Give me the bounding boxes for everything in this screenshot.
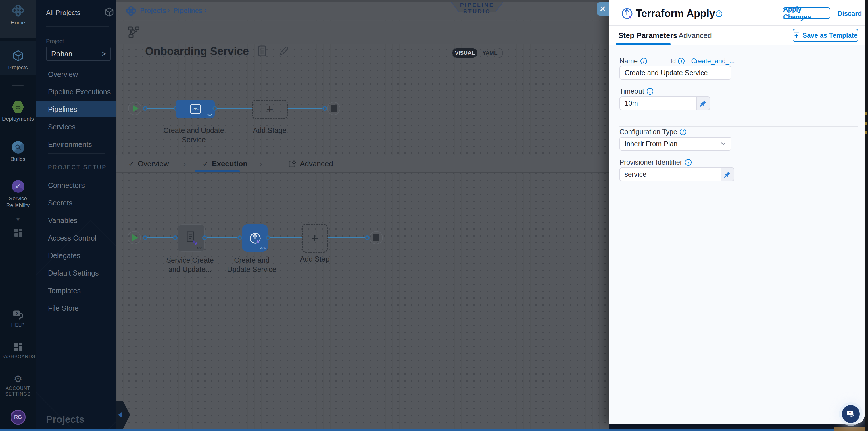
tab-step-parameters[interactable]: Step Parameters — [618, 31, 677, 40]
account-settings-label: ACCOUNT SETTINGS — [4, 385, 32, 397]
module-grid-button[interactable] — [0, 228, 36, 237]
tab-advanced[interactable]: Advanced — [679, 31, 712, 40]
info-icon[interactable]: i — [716, 10, 722, 17]
sidebar-item-access-control[interactable]: Access Control — [48, 234, 96, 242]
breadcrumb-pipelines[interactable]: Pipelines — [173, 7, 202, 15]
provisioner-identifier-input[interactable] — [619, 168, 721, 181]
edge — [288, 108, 322, 109]
info-icon[interactable]: i — [680, 128, 686, 135]
user-avatar-button[interactable]: RG — [0, 410, 36, 425]
notes-icon[interactable] — [258, 46, 267, 57]
play-icon — [132, 234, 138, 241]
tab-execution-underline — [194, 170, 240, 172]
sidebar-item-secrets[interactable]: Secrets — [48, 199, 72, 207]
pin-icon — [700, 100, 707, 107]
sidebar-item-services[interactable]: Services — [48, 123, 75, 131]
page-title: Onboarding Service — [145, 45, 249, 58]
scrollbar-tick — [865, 112, 867, 115]
nav-deployments-label: Deployments — [0, 116, 36, 122]
rail-expand-chevron[interactable]: ▾ — [0, 215, 36, 223]
yaml-code-glyph: </> — [207, 113, 212, 117]
timeout-input[interactable] — [619, 96, 697, 110]
nav-projects-item[interactable]: Projects — [0, 50, 36, 71]
exec-flow-end-node — [370, 231, 383, 244]
harness-logo-icon — [12, 5, 25, 17]
close-drawer-button[interactable]: ✕ — [597, 2, 609, 16]
port — [173, 235, 178, 240]
toggle-visual[interactable]: VISUAL — [453, 48, 477, 58]
id-value-link[interactable]: Create_and_... — [691, 57, 735, 65]
sidebar-item-delegates[interactable]: Delegates — [48, 252, 81, 260]
rail-divider — [12, 85, 24, 86]
step-node-terraform-apply-selected[interactable]: </> — [242, 224, 268, 252]
nav-deployments-item[interactable]: ∞ Deployments — [0, 101, 36, 122]
apply-changes-button[interactable]: Apply Changes — [783, 7, 830, 19]
discard-button[interactable]: Discard — [838, 10, 862, 18]
port — [238, 235, 242, 240]
dashboards-icon — [13, 342, 23, 352]
sidebar-item-environments[interactable]: Environments — [48, 140, 92, 149]
sidebar-item-pipelines[interactable]: Pipelines — [48, 105, 77, 114]
tab-execution[interactable]: ✓ Execution — [203, 160, 247, 168]
info-icon[interactable]: i — [640, 58, 647, 64]
custom-stage-icon: </> — [189, 103, 202, 115]
add-step-button[interactable]: + — [302, 224, 328, 253]
sidebar-item-file-store[interactable]: File Store — [48, 304, 79, 313]
name-input[interactable] — [619, 66, 732, 80]
sidebar-item-default-settings[interactable]: Default Settings — [48, 269, 99, 277]
help-chat-icon: ? — [13, 310, 24, 320]
provisioner-pin-button[interactable] — [721, 168, 734, 181]
edge — [148, 108, 176, 109]
step-node-terraform-plan[interactable]: </> — [178, 224, 205, 252]
nav-service-reliability-item[interactable]: ✓ Service Reliability — [0, 180, 36, 209]
breadcrumb-caret-1: › — [167, 7, 170, 15]
dashboards-label: DASHBOARDS — [0, 354, 36, 360]
name-label: Namei — [619, 57, 647, 65]
sidebar-item-connectors[interactable]: Connectors — [48, 181, 85, 190]
nav-home-item[interactable]: Home — [0, 5, 36, 26]
breadcrumb-caret-2: › — [204, 7, 207, 15]
service-reliability-icon: ✓ — [12, 180, 25, 193]
grid-icon — [14, 228, 23, 237]
pipeline-canvas[interactable]: Projects › Pipelines › PIPELINE STUDIO O… — [116, 0, 609, 429]
project-selector[interactable]: Rohan > — [46, 47, 111, 61]
save-as-template-button[interactable]: Save as Template — [793, 29, 858, 42]
deployments-icon: ∞ — [12, 101, 25, 113]
timeout-pin-button[interactable] — [697, 96, 710, 110]
yaml-code-glyph: </> — [260, 246, 266, 250]
sidebar-watermark — [36, 220, 116, 429]
sidebar-item-overview[interactable]: Overview — [48, 70, 78, 79]
edit-pencil-icon[interactable] — [278, 46, 289, 57]
port — [365, 235, 370, 240]
sidebar-item-templates[interactable]: Templates — [48, 287, 81, 295]
tab-advanced[interactable]: Advanced — [288, 160, 333, 168]
add-stage-button[interactable]: + — [252, 100, 288, 119]
toggle-yaml[interactable]: YAML — [477, 48, 502, 58]
help-button[interactable]: ? HELP — [0, 310, 36, 328]
check-glyph: ✓ — [15, 183, 21, 190]
sidebar-item-pipeline-executions[interactable]: Pipeline Executions — [48, 88, 111, 96]
port — [212, 106, 217, 111]
configuration-type-select[interactable]: Inherit From Plan — [619, 137, 732, 151]
breadcrumb-projects[interactable]: Projects — [140, 7, 166, 15]
scrollbar-tick — [865, 122, 867, 125]
account-settings-button[interactable]: ⚙ ACCOUNT SETTINGS — [0, 374, 36, 397]
tab-overview[interactable]: ✓ Overview — [128, 160, 169, 168]
stop-icon — [373, 234, 379, 241]
stage-node-create-update-service[interactable]: </> </> — [176, 100, 215, 118]
tab-execution-label: Execution — [212, 160, 247, 168]
info-icon[interactable]: i — [647, 88, 653, 95]
sidebar-item-variables[interactable]: Variables — [48, 217, 77, 225]
edge — [148, 237, 173, 238]
info-icon[interactable]: i — [685, 159, 691, 166]
canvas-collapse-handle[interactable] — [116, 401, 130, 429]
harness-breadcrumb-logo-icon — [126, 6, 136, 16]
play-icon — [133, 105, 138, 112]
nav-builds-item[interactable]: Builds — [0, 141, 36, 162]
help-chat-fab[interactable]: ? — [842, 405, 860, 423]
dashboards-button[interactable]: DASHBOARDS — [0, 342, 36, 360]
info-icon[interactable]: i — [678, 58, 685, 64]
all-projects-cube-icon — [104, 7, 114, 17]
svg-text:</>: </> — [192, 107, 198, 112]
sidebar-divider — [46, 26, 109, 27]
